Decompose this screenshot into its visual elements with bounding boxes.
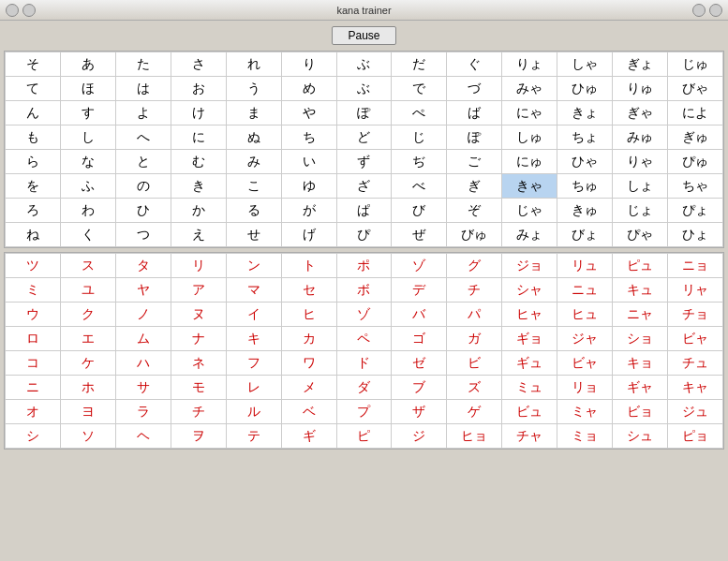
katakana-cell[interactable]: ド (336, 351, 392, 376)
katakana-cell[interactable]: ジ (392, 424, 447, 449)
katakana-cell[interactable]: オ (6, 400, 61, 424)
hiragana-cell[interactable]: びょ (557, 223, 613, 247)
hiragana-cell[interactable]: た (115, 52, 171, 77)
hiragana-cell[interactable]: ほ (60, 77, 115, 101)
hiragana-cell[interactable]: ぴゃ (613, 223, 668, 247)
hiragana-cell[interactable]: ぎゅ (668, 125, 723, 150)
katakana-cell[interactable]: ヘ (115, 424, 171, 449)
hiragana-cell[interactable]: ぽ (447, 125, 502, 150)
hiragana-cell[interactable]: にゃ (502, 101, 557, 125)
katakana-cell[interactable]: メ (281, 376, 336, 400)
hiragana-cell[interactable]: は (115, 77, 171, 101)
katakana-cell[interactable]: ピ (336, 424, 392, 449)
katakana-cell[interactable]: エ (60, 327, 115, 351)
hiragana-cell[interactable]: ちょ (557, 125, 613, 150)
katakana-cell[interactable]: コ (6, 351, 61, 376)
katakana-cell[interactable]: シ (6, 424, 61, 449)
katakana-cell[interactable]: ベ (281, 400, 336, 424)
katakana-cell[interactable]: ズ (447, 376, 502, 400)
katakana-cell[interactable]: キョ (613, 351, 668, 376)
katakana-cell[interactable]: ペ (336, 327, 392, 351)
hiragana-cell[interactable]: ね (6, 223, 61, 247)
katakana-cell[interactable]: リ (171, 254, 226, 278)
katakana-cell[interactable]: ビョ (613, 400, 668, 424)
katakana-cell[interactable]: ミャ (557, 400, 613, 424)
katakana-cell[interactable]: バ (392, 303, 447, 327)
katakana-cell[interactable]: キ (226, 327, 281, 351)
hiragana-cell[interactable]: よ (115, 101, 171, 125)
katakana-cell[interactable]: テ (226, 424, 281, 449)
hiragana-cell[interactable]: みゅ (613, 125, 668, 150)
hiragana-cell[interactable]: み (226, 150, 281, 174)
katakana-cell[interactable]: ビャ (557, 351, 613, 376)
katakana-cell[interactable]: ユ (60, 278, 115, 303)
katakana-cell[interactable]: チ (171, 400, 226, 424)
hiragana-cell[interactable]: ぐ (447, 52, 502, 77)
hiragana-cell[interactable]: ど (336, 125, 392, 150)
hiragana-cell[interactable]: え (171, 223, 226, 247)
katakana-cell[interactable]: ネ (171, 351, 226, 376)
katakana-cell[interactable]: レ (226, 376, 281, 400)
hiragana-cell[interactable]: みゃ (502, 77, 557, 101)
hiragana-cell[interactable]: わ (60, 199, 115, 223)
hiragana-cell[interactable]: へ (115, 125, 171, 150)
hiragana-cell[interactable]: き (171, 174, 226, 199)
katakana-cell[interactable]: ヨ (60, 400, 115, 424)
minimize-button[interactable] (22, 4, 36, 17)
hiragana-cell[interactable]: ぶ (336, 52, 392, 77)
hiragana-cell[interactable]: づ (447, 77, 502, 101)
hiragana-cell[interactable]: い (281, 150, 336, 174)
hiragana-cell[interactable]: ぜ (392, 223, 447, 247)
katakana-cell[interactable]: チ (447, 278, 502, 303)
katakana-cell[interactable]: ソ (60, 424, 115, 449)
hiragana-cell[interactable]: さ (171, 52, 226, 77)
hiragana-cell[interactable]: く (60, 223, 115, 247)
hiragana-cell[interactable]: て (6, 77, 61, 101)
hiragana-cell[interactable]: ぶ (336, 77, 392, 101)
hiragana-cell[interactable]: る (226, 199, 281, 223)
katakana-cell[interactable]: リョ (557, 376, 613, 400)
katakana-cell[interactable]: ギュ (502, 351, 557, 376)
katakana-cell[interactable]: ピュ (613, 254, 668, 278)
katakana-cell[interactable]: ウ (6, 303, 61, 327)
hiragana-cell[interactable]: も (6, 125, 61, 150)
hiragana-cell[interactable]: ぎ (447, 174, 502, 199)
katakana-cell[interactable]: ヤ (115, 278, 171, 303)
hiragana-cell[interactable]: じ (392, 125, 447, 150)
hiragana-cell[interactable]: れ (226, 52, 281, 77)
katakana-cell[interactable]: リャ (668, 278, 723, 303)
hiragana-cell[interactable]: す (60, 101, 115, 125)
katakana-cell[interactable]: リュ (557, 254, 613, 278)
hiragana-cell[interactable]: お (171, 77, 226, 101)
katakana-cell[interactable]: ル (226, 400, 281, 424)
hiragana-cell[interactable]: げ (281, 223, 336, 247)
hiragana-cell[interactable]: きゃ (502, 174, 557, 199)
hiragana-cell[interactable]: む (171, 150, 226, 174)
katakana-cell[interactable]: ホ (60, 376, 115, 400)
hiragana-cell[interactable]: びゅ (447, 223, 502, 247)
katakana-cell[interactable]: ゾ (392, 254, 447, 278)
katakana-cell[interactable]: ダ (336, 376, 392, 400)
hiragana-cell[interactable]: ぴょ (668, 199, 723, 223)
katakana-cell[interactable]: セ (281, 278, 336, 303)
katakana-cell[interactable]: サ (115, 376, 171, 400)
hiragana-cell[interactable]: ぴ (336, 223, 392, 247)
hiragana-cell[interactable]: ひゅ (557, 77, 613, 101)
katakana-cell[interactable]: ショ (613, 327, 668, 351)
hiragana-cell[interactable]: しゃ (557, 52, 613, 77)
katakana-cell[interactable]: グ (447, 254, 502, 278)
katakana-cell[interactable]: ゴ (392, 327, 447, 351)
hiragana-cell[interactable]: ま (226, 101, 281, 125)
hiragana-cell[interactable]: りゅ (613, 77, 668, 101)
hiragana-cell[interactable]: め (281, 77, 336, 101)
katakana-cell[interactable]: ザ (392, 400, 447, 424)
katakana-cell[interactable]: ミュ (502, 376, 557, 400)
hiragana-cell[interactable]: が (281, 199, 336, 223)
katakana-cell[interactable]: ニャ (613, 303, 668, 327)
hiragana-cell[interactable]: し (60, 125, 115, 150)
katakana-cell[interactable]: ビ (447, 351, 502, 376)
hiragana-cell[interactable]: ち (281, 125, 336, 150)
hiragana-cell[interactable]: しょ (613, 174, 668, 199)
hiragana-cell[interactable]: ば (447, 101, 502, 125)
katakana-cell[interactable]: キュ (613, 278, 668, 303)
